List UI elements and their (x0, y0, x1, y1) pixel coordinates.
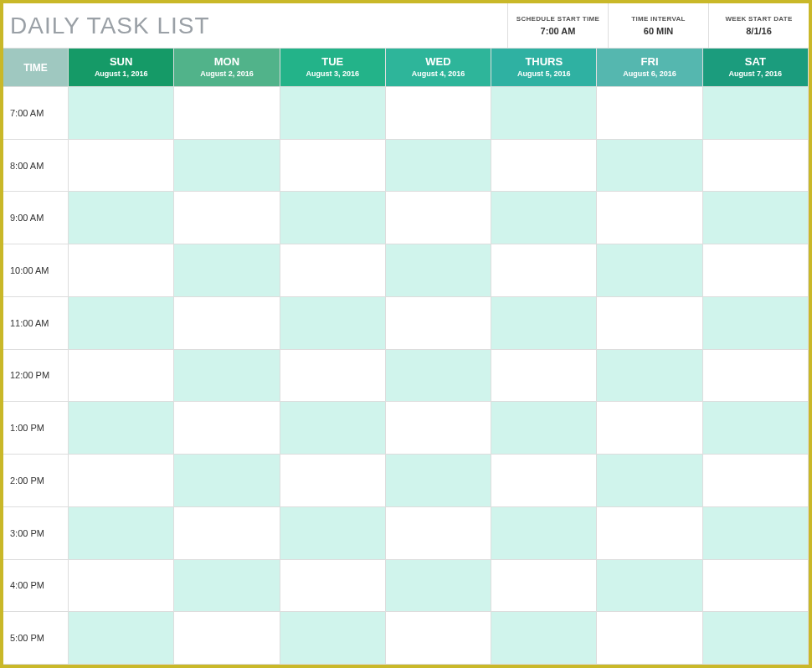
time-column-header: TIME (3, 49, 69, 87)
task-cell[interactable] (703, 140, 809, 193)
task-cell[interactable] (174, 140, 280, 193)
task-cell[interactable] (386, 507, 491, 560)
task-cell[interactable] (703, 350, 809, 403)
time-label: 8:00 AM (3, 140, 69, 193)
day-name: SAT (745, 55, 766, 69)
task-cell[interactable] (174, 87, 280, 140)
task-cell[interactable] (703, 455, 809, 507)
task-cell[interactable] (491, 402, 597, 455)
time-label: 7:00 AM (3, 87, 69, 140)
task-cell[interactable] (491, 192, 597, 244)
task-cell[interactable] (69, 192, 174, 244)
day-name: SUN (110, 55, 132, 69)
time-label: 5:00 PM (3, 612, 69, 665)
task-cell[interactable] (280, 402, 386, 455)
task-cell[interactable] (386, 560, 491, 613)
task-cell[interactable] (491, 560, 597, 613)
task-cell[interactable] (597, 192, 702, 244)
task-cell[interactable] (703, 560, 809, 613)
day-date: August 7, 2016 (729, 69, 783, 80)
task-cell[interactable] (703, 244, 809, 297)
task-cell[interactable] (386, 612, 491, 665)
day-name: MON (214, 55, 239, 69)
task-cell[interactable] (280, 507, 386, 560)
task-cell[interactable] (491, 244, 597, 297)
task-cell[interactable] (597, 87, 702, 140)
task-cell[interactable] (597, 140, 702, 193)
task-cell[interactable] (280, 297, 386, 350)
day-name: TUE (321, 55, 343, 69)
task-cell[interactable] (703, 507, 809, 560)
meta-schedule-start: SCHEDULE START TIME 7:00 AM (507, 3, 608, 48)
task-cell[interactable] (174, 350, 280, 403)
task-cell[interactable] (597, 297, 702, 350)
task-cell[interactable] (174, 244, 280, 297)
task-cell[interactable] (174, 402, 280, 455)
header-bar: DAILY TASK LIST SCHEDULE START TIME 7:00… (3, 3, 809, 49)
task-cell[interactable] (386, 87, 491, 140)
task-cell[interactable] (386, 192, 491, 244)
task-cell[interactable] (69, 560, 174, 613)
task-cell[interactable] (69, 140, 174, 193)
task-cell[interactable] (386, 350, 491, 403)
task-cell[interactable] (280, 140, 386, 193)
task-cell[interactable] (69, 402, 174, 455)
task-cell[interactable] (597, 350, 702, 403)
day-header-thurs: THURSAugust 5, 2016 (491, 49, 597, 87)
day-header-sat: SATAugust 7, 2016 (703, 49, 809, 87)
task-cell[interactable] (174, 612, 280, 665)
task-cell[interactable] (491, 87, 597, 140)
task-cell[interactable] (386, 244, 491, 297)
task-cell[interactable] (597, 560, 702, 613)
task-cell[interactable] (174, 560, 280, 613)
task-cell[interactable] (174, 455, 280, 507)
task-cell[interactable] (597, 455, 702, 507)
task-cell[interactable] (174, 507, 280, 560)
task-cell[interactable] (386, 297, 491, 350)
time-label: 9:00 AM (3, 192, 69, 244)
task-cell[interactable] (703, 402, 809, 455)
meta-label: SCHEDULE START TIME (516, 15, 599, 23)
task-cell[interactable] (174, 192, 280, 244)
meta-label: WEEK START DATE (725, 15, 792, 23)
task-cell[interactable] (597, 507, 702, 560)
task-cell[interactable] (703, 612, 809, 665)
task-cell[interactable] (69, 455, 174, 507)
task-cell[interactable] (280, 612, 386, 665)
time-label: 3:00 PM (3, 507, 69, 560)
task-cell[interactable] (174, 297, 280, 350)
task-cell[interactable] (69, 350, 174, 403)
task-cell[interactable] (386, 402, 491, 455)
task-cell[interactable] (597, 612, 702, 665)
task-cell[interactable] (280, 244, 386, 297)
day-header-sun: SUNAugust 1, 2016 (69, 49, 174, 87)
task-cell[interactable] (280, 350, 386, 403)
task-cell[interactable] (280, 455, 386, 507)
task-cell[interactable] (386, 140, 491, 193)
task-list-container: DAILY TASK LIST SCHEDULE START TIME 7:00… (0, 0, 812, 668)
day-name: THURS (525, 55, 563, 69)
meta-label: TIME INTERVAL (631, 15, 686, 23)
meta-time-interval: TIME INTERVAL 60 MIN (608, 3, 708, 48)
task-cell[interactable] (597, 402, 702, 455)
task-cell[interactable] (491, 455, 597, 507)
task-cell[interactable] (491, 350, 597, 403)
task-cell[interactable] (69, 612, 174, 665)
task-cell[interactable] (703, 87, 809, 140)
day-date: August 2, 2016 (200, 69, 254, 80)
task-cell[interactable] (491, 612, 597, 665)
task-cell[interactable] (280, 560, 386, 613)
task-cell[interactable] (703, 192, 809, 244)
task-cell[interactable] (491, 140, 597, 193)
task-cell[interactable] (280, 87, 386, 140)
task-cell[interactable] (69, 87, 174, 140)
task-cell[interactable] (69, 297, 174, 350)
task-cell[interactable] (280, 192, 386, 244)
task-cell[interactable] (386, 455, 491, 507)
task-cell[interactable] (703, 297, 809, 350)
task-cell[interactable] (69, 507, 174, 560)
task-cell[interactable] (491, 507, 597, 560)
task-cell[interactable] (597, 244, 702, 297)
task-cell[interactable] (69, 244, 174, 297)
task-cell[interactable] (491, 297, 597, 350)
